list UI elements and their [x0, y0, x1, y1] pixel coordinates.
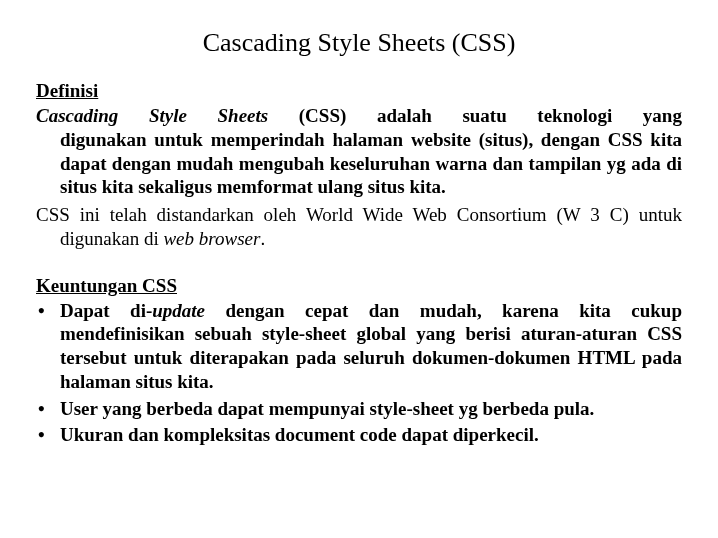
bullet2: User yang berbeda dapat mempunyai style-…	[60, 398, 594, 419]
list-item: User yang berbeda dapat mempunyai style-…	[36, 397, 682, 421]
list-item: Ukuran dan kompleksitas document code da…	[36, 423, 682, 447]
list-item: Dapat di-update dengan cepat dan mudah, …	[36, 299, 682, 394]
definisi-paragraph-1: Cascading Style Sheets (CSS) adalah suat…	[36, 104, 682, 199]
page-title: Cascading Style Sheets (CSS)	[36, 28, 682, 58]
section-keuntungan-heading: Keuntungan CSS	[36, 275, 682, 297]
token-teknologi: teknologi	[561, 104, 612, 128]
advantages-list: Dapat di-update dengan cepat dan mudah, …	[36, 299, 682, 448]
document-page: Cascading Style Sheets (CSS) Definisi Ca…	[0, 0, 718, 470]
definisi-p2-a: CSS ini telah distandarkan oleh World Wi…	[36, 204, 682, 249]
bullet1-b: update	[152, 300, 205, 321]
definisi-line1: Cascading Style Sheets (CSS) adalah suat…	[60, 104, 682, 128]
bullet1-a: Dapat di-	[60, 300, 152, 321]
token-adalah: adalah	[401, 104, 432, 128]
token-suatu: suatu	[486, 104, 506, 128]
token-css: (CSS)	[323, 104, 347, 128]
bullet3: Ukuran dan kompleksitas document code da…	[60, 424, 539, 445]
token-style: Style	[173, 104, 187, 128]
section-spacer	[36, 255, 682, 275]
definisi-p2-b: web browser	[163, 228, 260, 249]
definisi-paragraph-2: CSS ini telah distandarkan oleh World Wi…	[36, 203, 682, 251]
token-cascading: Cascading	[60, 104, 118, 128]
definisi-rest: digunakan untuk memperindah halaman webs…	[60, 129, 682, 198]
token-yang: yang	[667, 104, 682, 128]
definisi-p2-c: .	[260, 228, 265, 249]
token-sheets: Sheets	[242, 104, 269, 128]
section-definisi-heading: Definisi	[36, 80, 682, 102]
